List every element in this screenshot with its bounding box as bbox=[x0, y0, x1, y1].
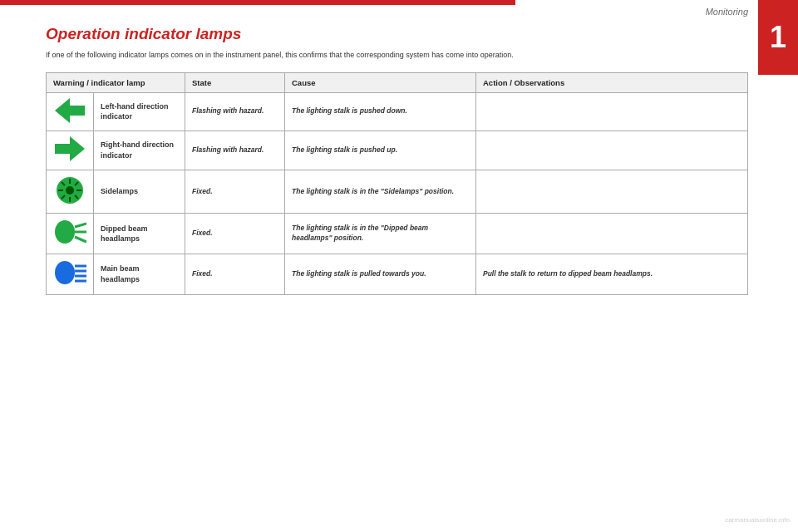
svg-marker-1 bbox=[55, 136, 85, 161]
row-state: Flashing with hazard. bbox=[185, 92, 285, 131]
row-label: Right-hand direction indicator bbox=[94, 131, 185, 170]
dipped-beam-icon bbox=[53, 219, 86, 245]
indicator-table: Warning / indicator lamp State Cause Act… bbox=[46, 72, 748, 295]
table-row: Left-hand direction indicator Flashing w… bbox=[47, 92, 748, 131]
arrow-right-icon bbox=[55, 136, 85, 161]
table-header-row: Warning / indicator lamp State Cause Act… bbox=[47, 72, 748, 92]
icon-cell bbox=[47, 92, 94, 131]
row-state: Flashing with hazard. bbox=[185, 131, 285, 170]
svg-point-12 bbox=[55, 220, 75, 244]
icon-cell bbox=[47, 131, 94, 170]
icon-cell bbox=[47, 214, 94, 254]
row-cause: The lighting stalk is pushed down. bbox=[285, 92, 476, 131]
row-action bbox=[476, 170, 748, 214]
icon-cell bbox=[47, 254, 94, 294]
col-header-cause: Cause bbox=[285, 72, 476, 92]
row-action bbox=[476, 92, 748, 131]
table-row: Sidelamps Fixed. The lighting stalk is i… bbox=[47, 170, 748, 214]
top-red-bar bbox=[0, 0, 515, 5]
main-beam-icon bbox=[53, 259, 86, 286]
row-state: Fixed. bbox=[185, 170, 285, 214]
chapter-tab: 1 bbox=[758, 0, 798, 75]
page-subtitle: If one of the following indicator lamps … bbox=[46, 50, 748, 61]
row-cause: The lighting stalk is pulled towards you… bbox=[285, 254, 476, 294]
col-header-warning: Warning / indicator lamp bbox=[47, 72, 185, 92]
row-state: Fixed. bbox=[185, 214, 285, 254]
main-content: Operation indicator lamps If one of the … bbox=[46, 25, 748, 482]
watermark: carmanualsonline.info bbox=[725, 516, 790, 524]
chapter-number: 1 bbox=[770, 20, 786, 55]
row-label: Main beam headlamps bbox=[94, 254, 185, 294]
svg-marker-0 bbox=[55, 98, 85, 123]
row-action bbox=[476, 214, 748, 254]
arrow-left-icon bbox=[55, 98, 85, 123]
row-action bbox=[476, 131, 748, 170]
page-title: Operation indicator lamps bbox=[46, 25, 748, 43]
table-row: Right-hand direction indicator Flashing … bbox=[47, 131, 748, 170]
icon-cell bbox=[47, 170, 94, 214]
svg-line-13 bbox=[75, 224, 86, 227]
sidelamps-icon bbox=[55, 175, 85, 205]
row-cause: The lighting stalk is in the "Sidelamps"… bbox=[285, 170, 476, 214]
table-row: Dipped beam headlamps Fixed. The lightin… bbox=[47, 214, 748, 254]
row-cause: The lighting stalk is pushed up. bbox=[285, 131, 476, 170]
row-label: Left-hand direction indicator bbox=[94, 92, 185, 131]
table-row: Main beam headlamps Fixed. The lighting … bbox=[47, 254, 748, 294]
svg-line-15 bbox=[75, 237, 86, 242]
col-header-action: Action / Observations bbox=[476, 72, 748, 92]
row-action: Pull the stalk to return to dipped beam … bbox=[476, 254, 748, 294]
svg-point-16 bbox=[55, 261, 75, 284]
row-cause: The lighting stalk is in the "Dipped bea… bbox=[285, 214, 476, 254]
section-label: Monitoring bbox=[706, 7, 748, 17]
col-header-state: State bbox=[185, 72, 285, 92]
row-state: Fixed. bbox=[185, 254, 285, 294]
svg-point-11 bbox=[66, 186, 74, 195]
row-label: Dipped beam headlamps bbox=[94, 214, 185, 254]
row-label: Sidelamps bbox=[94, 170, 185, 214]
